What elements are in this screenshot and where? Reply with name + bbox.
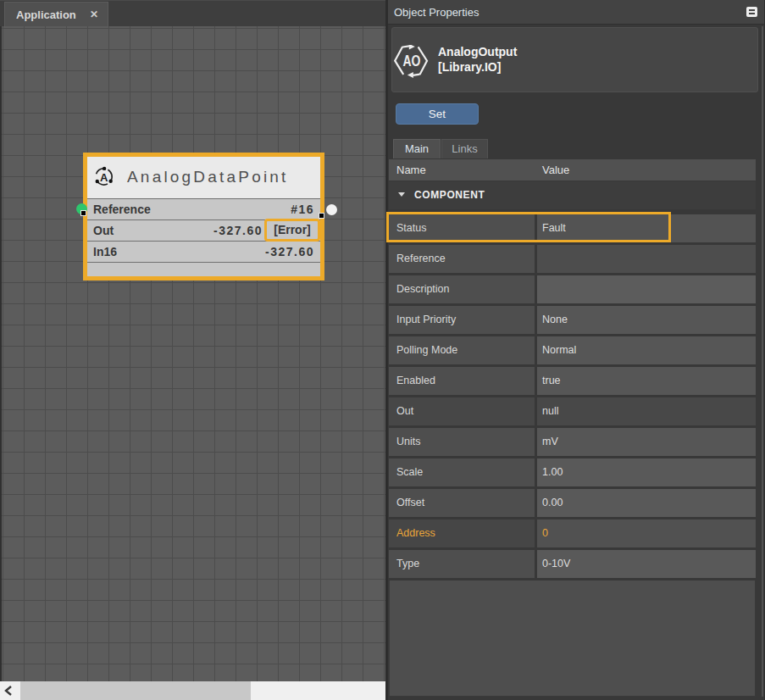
svg-text:A: A — [100, 171, 108, 184]
svg-text:AO: AO — [403, 53, 421, 69]
